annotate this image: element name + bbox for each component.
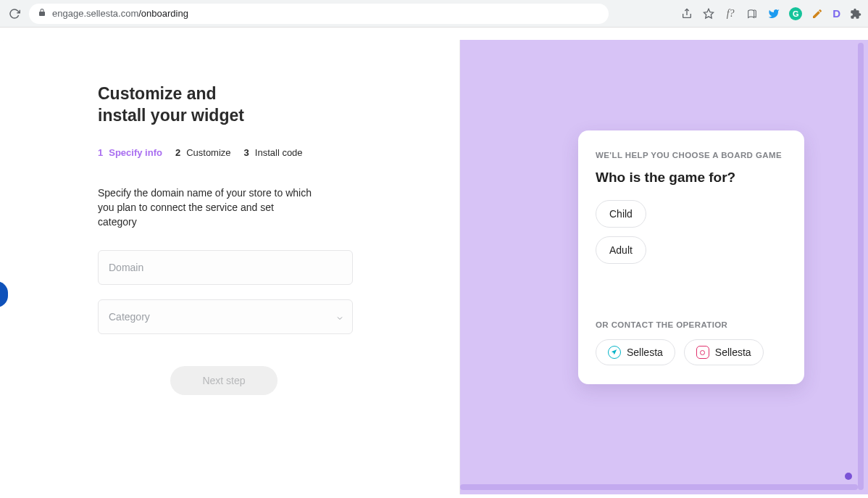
step-label: Specify info xyxy=(109,147,162,158)
widget-preview-card: WE'LL HELP YOU CHOOSE A BOARD GAME Who i… xyxy=(578,130,804,384)
decorative-right-bar xyxy=(858,43,864,490)
contact-instagram[interactable]: Sellesta xyxy=(684,339,764,365)
svg-marker-0 xyxy=(704,9,713,18)
reload-button[interactable] xyxy=(6,5,23,22)
contact-label: OR CONTACT THE OPERATIOR xyxy=(596,320,787,329)
step-customize[interactable]: 2 Customize xyxy=(175,147,231,158)
lock-icon xyxy=(38,8,46,19)
workspace: Customize and install your widget 1 Spec… xyxy=(0,28,868,498)
address-bar[interactable]: engage.sellesta.com/onboarding xyxy=(29,4,609,24)
card-question: Who is the game for? xyxy=(596,170,787,186)
step-install-code[interactable]: 3 Install code xyxy=(244,147,303,158)
page-title: Customize and install your widget xyxy=(98,83,459,127)
step-number: 3 xyxy=(244,147,249,158)
twitter-icon[interactable] xyxy=(767,7,780,20)
step-specify-info[interactable]: 1 Specify info xyxy=(98,147,162,158)
step-label: Install code xyxy=(255,147,303,158)
contact-label-text: Sellesta xyxy=(715,346,751,358)
bookmark-star-icon[interactable] xyxy=(702,7,715,20)
extension-book-icon[interactable] xyxy=(746,7,759,20)
extensions-puzzle-icon[interactable] xyxy=(849,7,862,20)
step-label: Customize xyxy=(186,147,230,158)
instagram-icon xyxy=(696,346,709,359)
decorative-bottom-bar xyxy=(460,484,858,490)
extension-d-icon[interactable]: D xyxy=(832,7,840,20)
card-eyebrow: WE'LL HELP YOU CHOOSE A BOARD GAME xyxy=(596,151,787,159)
browser-actions: f? G D xyxy=(680,7,862,20)
step-number: 1 xyxy=(98,147,103,158)
widget-preview-area: WE'LL HELP YOU CHOOSE A BOARD GAME Who i… xyxy=(460,40,868,494)
onboarding-panel: Customize and install your widget 1 Spec… xyxy=(0,40,460,494)
help-text: Specify the domain name of your store to… xyxy=(98,186,315,230)
share-icon[interactable] xyxy=(680,7,693,20)
contact-telegram[interactable]: Sellesta xyxy=(596,339,675,365)
category-select[interactable]: Category xyxy=(98,299,353,334)
url-text: engage.sellesta.com/onboarding xyxy=(52,8,188,19)
telegram-icon xyxy=(608,346,621,359)
grammarly-icon[interactable]: G xyxy=(789,7,802,20)
contact-label-text: Sellesta xyxy=(627,346,663,358)
browser-chrome-bar: engage.sellesta.com/onboarding f? G D xyxy=(0,0,868,28)
help-indicator-dot[interactable] xyxy=(845,473,852,480)
category-select-wrap: Category xyxy=(98,299,353,334)
step-number: 2 xyxy=(175,147,180,158)
domain-input[interactable] xyxy=(98,250,353,285)
next-step-button[interactable]: Next step xyxy=(170,366,277,395)
extension-f-icon[interactable]: f? xyxy=(724,7,737,20)
option-child[interactable]: Child xyxy=(596,200,646,228)
option-adult[interactable]: Adult xyxy=(596,236,646,264)
extension-pen-icon[interactable] xyxy=(811,7,824,20)
stepper: 1 Specify info 2 Customize 3 Install cod… xyxy=(98,147,459,158)
contact-row: Sellesta Sellesta xyxy=(596,339,787,365)
answer-options: Child Adult xyxy=(596,200,787,264)
